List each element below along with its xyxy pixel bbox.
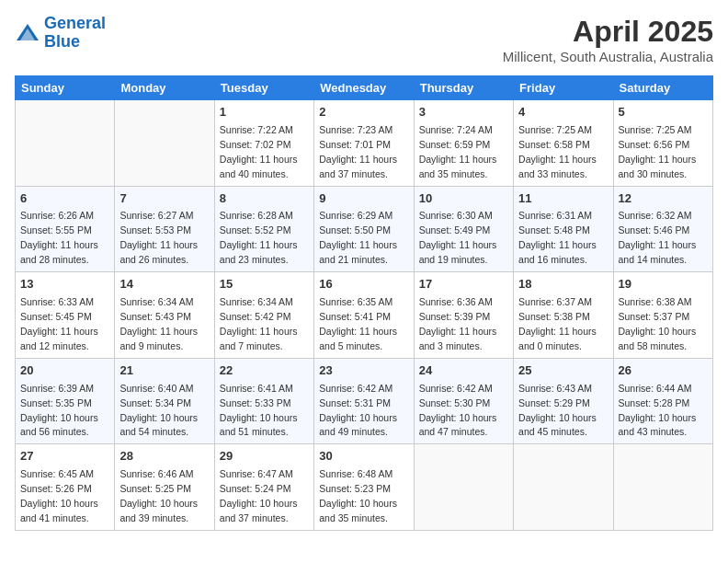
- calendar-title: April 2025: [503, 15, 713, 49]
- column-header-friday: Friday: [514, 76, 613, 100]
- day-info: Sunrise: 6:42 AM Sunset: 5:31 PM Dayligh…: [319, 383, 397, 438]
- day-number: 19: [619, 276, 708, 293]
- calendar-cell: 14Sunrise: 6:34 AM Sunset: 5:43 PM Dayli…: [115, 272, 214, 359]
- calendar-cell: 27Sunrise: 6:45 AM Sunset: 5:26 PM Dayli…: [16, 444, 115, 531]
- column-header-thursday: Thursday: [414, 76, 513, 100]
- calendar-week-1: 1Sunrise: 7:22 AM Sunset: 7:02 PM Daylig…: [16, 100, 713, 187]
- day-info: Sunrise: 6:39 AM Sunset: 5:35 PM Dayligh…: [20, 383, 98, 438]
- logo: General Blue: [15, 15, 106, 52]
- day-number: 16: [319, 276, 408, 293]
- day-info: Sunrise: 6:29 AM Sunset: 5:50 PM Dayligh…: [319, 210, 397, 265]
- day-number: 30: [319, 448, 408, 465]
- calendar-week-3: 13Sunrise: 6:33 AM Sunset: 5:45 PM Dayli…: [16, 272, 713, 359]
- day-number: 3: [419, 104, 508, 121]
- calendar-cell: 15Sunrise: 6:34 AM Sunset: 5:42 PM Dayli…: [214, 272, 313, 359]
- logo-icon: [15, 20, 40, 46]
- day-number: 2: [319, 104, 408, 121]
- day-info: Sunrise: 7:23 AM Sunset: 7:01 PM Dayligh…: [319, 124, 397, 179]
- calendar-cell: 4Sunrise: 7:25 AM Sunset: 6:58 PM Daylig…: [514, 100, 613, 187]
- calendar-cell: [16, 100, 115, 187]
- calendar-cell: [414, 444, 513, 531]
- day-info: Sunrise: 6:44 AM Sunset: 5:28 PM Dayligh…: [619, 383, 697, 438]
- calendar-week-2: 6Sunrise: 6:26 AM Sunset: 5:55 PM Daylig…: [16, 186, 713, 272]
- calendar-cell: 29Sunrise: 6:47 AM Sunset: 5:24 PM Dayli…: [214, 444, 313, 531]
- calendar-cell: 17Sunrise: 6:36 AM Sunset: 5:39 PM Dayli…: [414, 272, 513, 359]
- day-info: Sunrise: 6:42 AM Sunset: 5:30 PM Dayligh…: [419, 383, 497, 438]
- calendar-cell: 10Sunrise: 6:30 AM Sunset: 5:49 PM Dayli…: [414, 186, 513, 272]
- logo-text: General Blue: [44, 15, 106, 52]
- calendar-cell: 20Sunrise: 6:39 AM Sunset: 5:35 PM Dayli…: [16, 358, 115, 444]
- day-info: Sunrise: 6:40 AM Sunset: 5:34 PM Dayligh…: [119, 383, 198, 438]
- column-header-sunday: Sunday: [16, 76, 115, 100]
- day-info: Sunrise: 6:46 AM Sunset: 5:25 PM Dayligh…: [119, 468, 198, 523]
- column-header-tuesday: Tuesday: [214, 76, 313, 100]
- page-header: General Blue April 2025 Millicent, South…: [15, 15, 713, 64]
- day-number: 10: [419, 190, 508, 208]
- day-number: 20: [20, 362, 109, 380]
- column-header-wednesday: Wednesday: [314, 76, 414, 100]
- calendar-cell: 13Sunrise: 6:33 AM Sunset: 5:45 PM Dayli…: [16, 272, 115, 359]
- day-number: 21: [119, 362, 209, 380]
- calendar-cell: 2Sunrise: 7:23 AM Sunset: 7:01 PM Daylig…: [314, 100, 414, 187]
- calendar-cell: 19Sunrise: 6:38 AM Sunset: 5:37 PM Dayli…: [613, 272, 712, 359]
- day-info: Sunrise: 6:45 AM Sunset: 5:26 PM Dayligh…: [20, 468, 98, 523]
- day-info: Sunrise: 6:41 AM Sunset: 5:33 PM Dayligh…: [220, 383, 298, 438]
- day-number: 18: [518, 276, 608, 293]
- calendar-cell: 12Sunrise: 6:32 AM Sunset: 5:46 PM Dayli…: [613, 186, 712, 272]
- logo-line1: General: [44, 14, 106, 32]
- day-info: Sunrise: 6:47 AM Sunset: 5:24 PM Dayligh…: [220, 468, 298, 523]
- calendar-header: SundayMondayTuesdayWednesdayThursdayFrid…: [16, 76, 713, 100]
- day-info: Sunrise: 6:33 AM Sunset: 5:45 PM Dayligh…: [20, 296, 98, 351]
- calendar-cell: 8Sunrise: 6:28 AM Sunset: 5:52 PM Daylig…: [214, 186, 313, 272]
- day-info: Sunrise: 7:25 AM Sunset: 6:56 PM Dayligh…: [619, 124, 697, 179]
- day-info: Sunrise: 6:35 AM Sunset: 5:41 PM Dayligh…: [319, 296, 397, 351]
- day-info: Sunrise: 6:34 AM Sunset: 5:42 PM Dayligh…: [220, 296, 298, 351]
- day-info: Sunrise: 6:37 AM Sunset: 5:38 PM Dayligh…: [518, 296, 597, 351]
- day-info: Sunrise: 6:36 AM Sunset: 5:39 PM Dayligh…: [419, 296, 497, 351]
- day-number: 28: [119, 448, 209, 465]
- day-number: 5: [619, 104, 708, 121]
- calendar-cell: 1Sunrise: 7:22 AM Sunset: 7:02 PM Daylig…: [214, 100, 313, 187]
- calendar-cell: 25Sunrise: 6:43 AM Sunset: 5:29 PM Dayli…: [514, 358, 613, 444]
- day-number: 6: [20, 190, 109, 208]
- column-header-monday: Monday: [115, 76, 214, 100]
- calendar-table: SundayMondayTuesdayWednesdayThursdayFrid…: [15, 75, 713, 531]
- calendar-cell: 16Sunrise: 6:35 AM Sunset: 5:41 PM Dayli…: [314, 272, 414, 359]
- calendar-cell: [613, 444, 712, 531]
- day-number: 1: [220, 104, 309, 121]
- day-number: 9: [319, 190, 408, 208]
- calendar-cell: 9Sunrise: 6:29 AM Sunset: 5:50 PM Daylig…: [314, 186, 414, 272]
- calendar-body: 1Sunrise: 7:22 AM Sunset: 7:02 PM Daylig…: [16, 100, 713, 531]
- day-number: 25: [518, 362, 608, 380]
- day-number: 22: [220, 362, 309, 380]
- calendar-cell: 3Sunrise: 7:24 AM Sunset: 6:59 PM Daylig…: [414, 100, 513, 187]
- day-number: 27: [20, 448, 109, 465]
- day-info: Sunrise: 7:22 AM Sunset: 7:02 PM Dayligh…: [220, 124, 298, 179]
- calendar-cell: 22Sunrise: 6:41 AM Sunset: 5:33 PM Dayli…: [214, 358, 313, 444]
- calendar-cell: 11Sunrise: 6:31 AM Sunset: 5:48 PM Dayli…: [514, 186, 613, 272]
- calendar-cell: 5Sunrise: 7:25 AM Sunset: 6:56 PM Daylig…: [613, 100, 712, 187]
- day-number: 29: [220, 448, 309, 465]
- calendar-week-4: 20Sunrise: 6:39 AM Sunset: 5:35 PM Dayli…: [16, 358, 713, 444]
- day-info: Sunrise: 6:34 AM Sunset: 5:43 PM Dayligh…: [119, 296, 198, 351]
- day-number: 13: [20, 276, 109, 293]
- calendar-cell: 30Sunrise: 6:48 AM Sunset: 5:23 PM Dayli…: [314, 444, 414, 531]
- day-info: Sunrise: 6:31 AM Sunset: 5:48 PM Dayligh…: [518, 210, 597, 265]
- day-number: 23: [319, 362, 408, 380]
- day-number: 7: [119, 190, 209, 208]
- day-number: 14: [119, 276, 209, 293]
- day-number: 8: [220, 190, 309, 208]
- calendar-cell: 21Sunrise: 6:40 AM Sunset: 5:34 PM Dayli…: [115, 358, 214, 444]
- calendar-cell: [514, 444, 613, 531]
- calendar-cell: 24Sunrise: 6:42 AM Sunset: 5:30 PM Dayli…: [414, 358, 513, 444]
- calendar-cell: 7Sunrise: 6:27 AM Sunset: 5:53 PM Daylig…: [115, 186, 214, 272]
- header-row: SundayMondayTuesdayWednesdayThursdayFrid…: [16, 76, 713, 100]
- day-number: 11: [518, 190, 608, 208]
- calendar-cell: 18Sunrise: 6:37 AM Sunset: 5:38 PM Dayli…: [514, 272, 613, 359]
- day-info: Sunrise: 6:48 AM Sunset: 5:23 PM Dayligh…: [319, 468, 397, 523]
- calendar-cell: 6Sunrise: 6:26 AM Sunset: 5:55 PM Daylig…: [16, 186, 115, 272]
- day-number: 15: [220, 276, 309, 293]
- day-number: 17: [419, 276, 508, 293]
- day-info: Sunrise: 6:26 AM Sunset: 5:55 PM Dayligh…: [20, 210, 98, 265]
- title-block: April 2025 Millicent, South Australia, A…: [503, 15, 713, 64]
